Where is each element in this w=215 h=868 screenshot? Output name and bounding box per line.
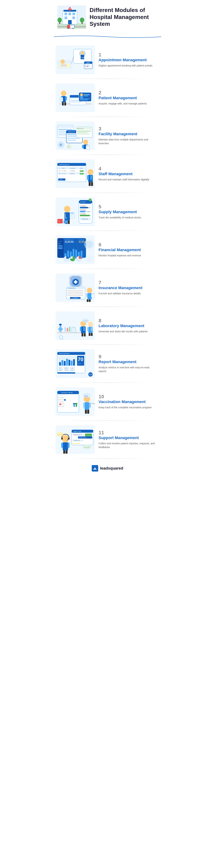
svg-rect-206 (57, 332, 83, 333)
module-item-6: Finance Mgmt Total Revenue $1,89,359 Exp… (54, 232, 161, 268)
svg-rect-237 (64, 361, 66, 366)
module-illustration-5: Inventory + Availability 80 Availability… (56, 197, 95, 226)
module-desc-5: Track the availability of medical stocks (98, 216, 158, 219)
module-number-7: 7 (98, 280, 158, 285)
svg-point-149 (65, 217, 67, 219)
svg-rect-80 (67, 140, 76, 141)
svg-text:Pediatrics: Pediatrics (70, 173, 74, 174)
svg-rect-47 (71, 98, 80, 99)
svg-text:2 3 4 5 6 7 8: 2 3 4 5 6 7 8 (58, 404, 64, 405)
svg-text:Resolved!: Resolved! (86, 435, 91, 436)
separator-10 (64, 421, 151, 421)
module-title-7: Insurance Management (98, 286, 158, 290)
svg-rect-53 (84, 94, 90, 95)
svg-text:Question?: Question? (58, 434, 63, 435)
header-text: Different Modules of Hospital Management… (90, 7, 158, 27)
svg-rect-213 (69, 327, 70, 332)
svg-rect-39 (88, 65, 89, 66)
svg-rect-305 (67, 439, 68, 440)
svg-text:Records: Records (65, 370, 68, 371)
svg-point-121 (88, 169, 93, 175)
svg-rect-318 (93, 469, 97, 470)
module-title-8: Laboratory Management (98, 323, 158, 328)
svg-point-183 (86, 241, 93, 248)
module-number-10: 10 (98, 394, 158, 399)
module-item-8: Results? 8 Laboratory Management Generat… (54, 308, 161, 344)
svg-rect-54 (84, 96, 88, 96)
svg-text:+: + (70, 26, 71, 27)
svg-rect-49 (71, 101, 82, 102)
page-title: Different Modules of Hospital Management… (90, 7, 158, 27)
svg-rect-216 (80, 327, 82, 331)
svg-rect-208 (58, 329, 63, 330)
svg-text:LS: LS (89, 374, 92, 375)
svg-point-27 (81, 51, 84, 55)
svg-rect-241 (73, 359, 75, 366)
svg-text:80: 80 (88, 207, 89, 208)
module-text-7: 7 Insurance Management Furnish and valid… (97, 280, 159, 296)
svg-rect-91 (86, 146, 89, 148)
svg-text:⊕: ⊕ (60, 144, 62, 146)
module-desc-3: Maintain data from multiple departments … (98, 138, 158, 145)
module-title-10: Vaccination Management (98, 400, 158, 404)
svg-text:Response sent ✓: Response sent ✓ (79, 437, 87, 438)
svg-rect-154 (70, 216, 73, 217)
svg-rect-159 (64, 220, 67, 223)
svg-rect-211 (64, 327, 66, 332)
svg-rect-200 (86, 293, 88, 297)
svg-rect-279 (85, 402, 89, 410)
module-title-9: Report Management (98, 360, 158, 364)
module-text-2: 2 Patient Management Acquire, engage wit… (97, 90, 159, 105)
svg-text:APPT: APPT (87, 62, 90, 64)
svg-text:$1,89,359: $1,89,359 (65, 241, 74, 243)
svg-text:002: 002 (59, 173, 61, 174)
svg-text:Active: Active (80, 173, 83, 174)
svg-text:✦: ✦ (68, 146, 69, 148)
svg-rect-73 (58, 134, 67, 135)
svg-rect-126 (91, 182, 93, 186)
svg-rect-37 (85, 65, 86, 66)
svg-rect-309 (63, 451, 65, 454)
svg-text:Cardiology: Cardiology (70, 170, 75, 172)
svg-rect-217 (83, 327, 85, 331)
svg-text:Availability: Availability (80, 205, 86, 207)
module-illustration-9: Report Dashboard 17... Patients 2700 Rec… (56, 349, 95, 378)
module-desc-4: Record and maintain staff information di… (98, 178, 158, 182)
module-number-11: 11 (98, 430, 158, 435)
svg-rect-8 (72, 12, 75, 15)
module-item-2: 2 Patient Management Acquire, engage wit… (54, 80, 161, 116)
svg-rect-167 (58, 248, 63, 249)
hospital-illustration: + HOSPITAL (57, 5, 86, 29)
svg-text:Availability: Availability (80, 209, 86, 211)
svg-rect-166 (58, 247, 63, 247)
svg-rect-277 (75, 403, 78, 404)
module-text-4: 4 Staff Management Record and maintain s… (97, 166, 159, 182)
svg-rect-218 (82, 333, 83, 336)
svg-rect-65 (60, 99, 62, 99)
svg-point-210 (59, 324, 62, 326)
svg-rect-85 (77, 132, 88, 133)
module-item-5: 5 Supply Management Track the availabili… (54, 194, 161, 230)
svg-rect-69 (57, 125, 73, 128)
svg-rect-195 (67, 295, 83, 296)
svg-rect-32 (61, 64, 67, 67)
svg-rect-55 (80, 98, 90, 99)
module-item-7: 7 Insurance Management Furnish and valid… (54, 270, 161, 306)
svg-rect-153 (70, 215, 73, 216)
separator-4 (64, 193, 151, 193)
svg-rect-165 (58, 245, 63, 246)
svg-rect-19 (69, 24, 70, 25)
svg-rect-264 (61, 397, 63, 399)
svg-text:+: + (58, 220, 60, 222)
separator-6 (64, 269, 151, 269)
module-text-10: 10 Vaccination Management Keep track of … (97, 394, 159, 409)
svg-rect-188 (74, 281, 78, 283)
svg-rect-86 (77, 134, 90, 134)
svg-point-147 (64, 206, 70, 212)
separator-1 (64, 79, 151, 79)
svg-rect-280 (83, 403, 85, 408)
svg-text:Finance: Finance (58, 241, 62, 242)
module-text-3: 3 Facility Management Maintain data from… (97, 126, 159, 145)
module-item-10: Vaccination Calendar S M T W T F S 1 2 3… (54, 384, 161, 420)
module-illustration-6: Finance Mgmt Total Revenue $1,89,359 Exp… (56, 236, 95, 264)
